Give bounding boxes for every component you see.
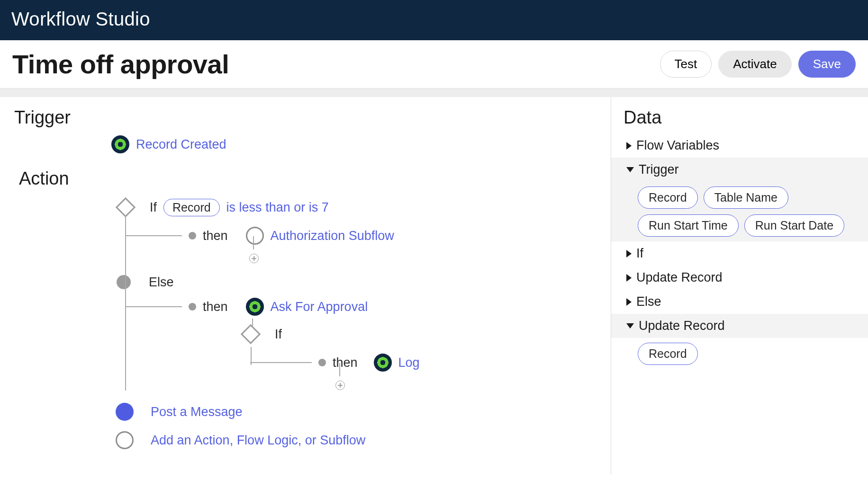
connector-dot	[318, 359, 326, 366]
nested-then-branch: then Log	[250, 352, 597, 373]
trigger-icon	[111, 135, 129, 153]
add-placeholder-icon	[116, 431, 134, 449]
else-node[interactable]: Else	[117, 271, 597, 293]
diamond-icon	[241, 324, 261, 344]
ask-for-approval-link[interactable]: Ask For Approval	[271, 300, 368, 314]
data-pill-record[interactable]: Record	[638, 343, 698, 365]
caret-down-icon	[626, 323, 634, 328]
save-button[interactable]: Save	[798, 51, 856, 78]
tree-item-label: Trigger	[639, 162, 679, 177]
approval-icon	[246, 298, 264, 316]
nested-if-node[interactable]: If	[244, 323, 597, 345]
data-tree-flow-variables[interactable]: Flow Variables	[624, 133, 856, 158]
connector-vline	[339, 363, 340, 376]
activate-button[interactable]: Activate	[718, 51, 792, 78]
data-heading: Data	[624, 107, 856, 128]
tree-item-label: If	[636, 246, 643, 261]
caret-right-icon	[626, 298, 632, 306]
connector-dot	[189, 303, 196, 310]
tree-item-label: Flow Variables	[636, 138, 719, 153]
connector-vline	[125, 215, 126, 390]
log-link[interactable]: Log	[398, 355, 420, 370]
workflow-canvas: Trigger Record Created Action If Record …	[0, 97, 611, 475]
caret-right-icon	[626, 250, 632, 257]
tree-item-label: Update Record	[639, 319, 725, 333]
data-tree-trigger[interactable]: Trigger	[611, 158, 868, 182]
if-node[interactable]: If Record is less than or is 7	[118, 196, 597, 218]
page-title: Time off approval	[12, 49, 229, 80]
test-button[interactable]: Test	[660, 51, 712, 78]
tree-item-label: Update Record	[636, 270, 723, 285]
log-icon	[374, 354, 392, 372]
condition-text[interactable]: is less than or is 7	[226, 200, 329, 215]
then-branch-2: then Ask For Approval	[125, 296, 597, 318]
connector-hline	[250, 362, 312, 363]
update-record-pill-row: Record	[624, 338, 856, 370]
subflow-icon	[246, 227, 264, 245]
app-title: Workflow Studio	[11, 9, 150, 29]
data-pill-record[interactable]: Record	[638, 186, 698, 209]
post-message-node[interactable]: Post a Message	[116, 401, 597, 423]
connector-vline	[251, 347, 252, 365]
data-tree-update-record-2[interactable]: Update Record	[611, 314, 868, 338]
tree-item-label: Else	[636, 294, 661, 309]
add-action-placeholder[interactable]: Add an Action, Flow Logic, or Subflow	[116, 429, 597, 451]
connector-hline	[125, 306, 182, 307]
data-tree-else[interactable]: Else	[624, 290, 856, 314]
authorization-subflow-link[interactable]: Authorization Subflow	[271, 229, 394, 243]
data-pill-table-name[interactable]: Table Name	[704, 186, 788, 209]
else-dot-icon	[117, 275, 131, 289]
connector-hline	[125, 235, 182, 236]
page-header: Time off approval Test Activate Save	[0, 40, 868, 89]
header-actions: Test Activate Save	[660, 51, 856, 78]
caret-down-icon	[626, 167, 634, 172]
caret-right-icon	[626, 274, 632, 282]
data-tree-update-record-1[interactable]: Update Record	[624, 266, 856, 290]
data-pill-run-start-time[interactable]: Run Start Time	[638, 214, 739, 237]
data-tree-if[interactable]: If	[624, 241, 856, 266]
diamond-icon	[116, 197, 136, 217]
message-icon	[116, 403, 134, 421]
add-placeholder-label[interactable]: Add an Action, Flow Logic, or Subflow	[151, 433, 365, 448]
add-step-button[interactable]	[335, 381, 345, 390]
data-panel: Data Flow Variables Trigger Record Table…	[611, 97, 868, 475]
add-step-button[interactable]	[249, 254, 259, 263]
trigger-heading: Trigger	[14, 107, 597, 128]
divider-strip	[0, 89, 868, 97]
record-pill[interactable]: Record	[163, 199, 220, 216]
else-keyword: Else	[149, 275, 174, 290]
nested-if-keyword: If	[275, 327, 282, 342]
then-label-2: then	[203, 300, 228, 314]
connector-vline	[253, 236, 254, 249]
then-branch-1: then Authorization Subflow	[125, 225, 597, 247]
if-keyword: If	[150, 200, 157, 215]
then-label-1: then	[203, 229, 228, 243]
action-heading: Action	[19, 169, 597, 189]
main: Trigger Record Created Action If Record …	[0, 97, 868, 475]
post-message-link[interactable]: Post a Message	[151, 405, 243, 419]
trigger-label[interactable]: Record Created	[136, 137, 226, 152]
nested-then-label: then	[333, 355, 358, 370]
trigger-node[interactable]: Record Created	[111, 133, 597, 155]
app-bar: Workflow Studio	[0, 0, 868, 40]
connector-dot	[189, 232, 196, 240]
data-pill-run-start-date[interactable]: Run Start Date	[744, 214, 844, 237]
trigger-pill-row: Record Table Name Run Start Time Run Sta…	[611, 182, 868, 241]
caret-right-icon	[626, 142, 632, 150]
